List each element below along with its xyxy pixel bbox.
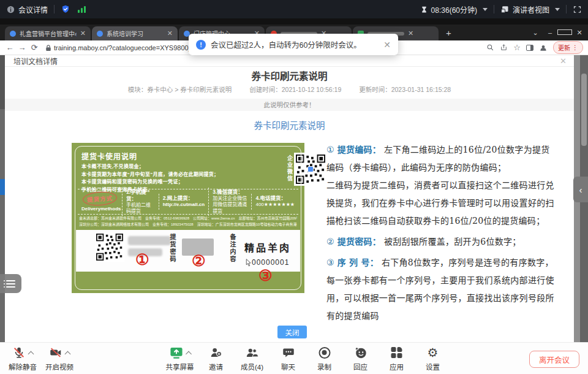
tab-close-icon[interactable]: ✕ <box>80 30 86 37</box>
delivery-stamp: 提货方式 Deliverymethods <box>78 191 122 213</box>
gear-icon: ⚙ <box>428 346 439 359</box>
browser-update-button[interactable]: 更新 ⋮ <box>553 41 583 54</box>
browser-tab-2-active[interactable]: 系统培训学习 ✕ <box>92 26 178 40</box>
tab-search-icon[interactable]: ⌄ <box>528 29 543 37</box>
browser-tab-1[interactable]: 礼盒营销平台管理中心 ✕ <box>5 26 91 40</box>
panel-close-icon[interactable]: ✕ <box>560 56 567 66</box>
meeting-toolbar: 解除静音 开启视频 共享屏幕 邀请 <box>0 342 588 374</box>
meeting-toast: ! 会议已超过2人，自动转为60分钟限时会议。 ✕ <box>189 34 398 55</box>
stamp-en-label: Deliverymethods <box>81 206 118 212</box>
document-meta: 模块：券卡中心 > 券卡印刷元素说明 创建时间：2021-10-12 10:56… <box>5 85 574 94</box>
chat-icon <box>282 346 295 359</box>
chevron-left-icon: ‹ <box>579 185 582 195</box>
training-doc-panel: 培训文档详情 ✕ 券卡印刷元素说明 模块：券卡中心 > 券卡印刷元素说明 创建时… <box>5 55 574 342</box>
bookmark-star-icon[interactable]: ☆ <box>513 44 521 52</box>
section-heading[interactable]: 券卡印刷元素说明 <box>5 118 574 131</box>
close-window-button[interactable]: ✕ <box>572 29 587 37</box>
settings-button[interactable]: ⚙ 设置 <box>419 345 447 372</box>
scrollbar-thumb[interactable] <box>581 74 587 146</box>
field-label-password: 提货密码 <box>168 234 177 267</box>
catalogue-list-button[interactable] <box>0 274 21 293</box>
members-button[interactable]: 成员(4) <box>238 345 266 372</box>
unmute-button[interactable]: 解除静音 <box>9 345 37 372</box>
security-shield-icon[interactable] <box>61 4 70 14</box>
mouse-cursor-icon <box>246 259 251 267</box>
field-label-remark: 备注内容 <box>228 234 237 267</box>
refresh-icon[interactable]: ⟳ <box>28 43 40 52</box>
apps-button[interactable]: 应用 <box>383 345 411 372</box>
share-page-icon[interactable] <box>500 44 508 52</box>
view-mode-label: 演讲者视图 <box>513 4 549 15</box>
meeting-info-button[interactable]: 会议详情 <box>6 4 48 15</box>
tab-close-icon[interactable]: ✕ <box>408 30 413 37</box>
leave-meeting-button[interactable]: 离开会议 <box>529 351 579 368</box>
window-controls: ⌄ – ✕ <box>528 25 587 40</box>
product-name: 精品羊肉 <box>244 240 291 254</box>
background-sidebar-sliver <box>0 55 5 342</box>
invite-button[interactable]: 邀请 <box>202 345 230 372</box>
meeting-timer[interactable]: 08:36(60分钟) <box>420 4 488 15</box>
meta-module: 模块：券卡中心 > 券卡印刷元素说明 <box>128 86 232 93</box>
reactions-button[interactable]: 回应 <box>347 345 375 372</box>
record-icon <box>318 347 330 359</box>
chat-button[interactable]: 聊天 <box>274 345 303 372</box>
forward-icon[interactable]: → <box>16 43 28 52</box>
url-text[interactable]: training.maboy.cn/?cataloguecode=XYS9800… <box>54 44 210 52</box>
new-tab-button[interactable]: + <box>446 28 451 38</box>
tab-label: 礼盒营销平台管理中心 <box>20 29 77 38</box>
stamp-oval: 提货方式 <box>82 191 117 207</box>
timer-label: 08:36(60分钟) <box>431 4 477 15</box>
blurred-code-text <box>128 236 171 245</box>
start-video-button[interactable]: 开启视频 <box>45 345 74 372</box>
delivery-method-2: 2.网上提货： http://e.cutmall.cn <box>159 194 208 210</box>
shared-page-area: 培训文档详情 ✕ 券卡印刷元素说明 模块：券卡中心 > 券卡印刷元素说明 创建时… <box>0 55 588 342</box>
toast-close-icon[interactable]: ✕ <box>383 40 391 50</box>
card-usage-title: 提货卡使用说明 <box>81 151 228 161</box>
network-signal-icon[interactable] <box>78 6 86 13</box>
invite-icon <box>209 346 223 359</box>
fullscreen-icon <box>573 5 582 14</box>
badge-3: ③ <box>258 268 272 283</box>
chevron-down-icon <box>483 8 488 11</box>
delivery-method-3: 3.微信提货： 加关注企业微信 用微信提货通道提货 <box>208 188 251 216</box>
badge-1: ① <box>135 252 149 267</box>
update-label: 更新 <box>558 43 570 52</box>
apps-grid-icon <box>391 347 402 359</box>
minimize-button[interactable]: – <box>543 29 557 36</box>
fullscreen-button[interactable] <box>573 5 582 14</box>
card-fine-print: 金禾通总部：苏州金禾通软件有限公司 业务专线：0512-69636928 公司网… <box>79 216 297 227</box>
maximize-button[interactable] <box>557 29 572 36</box>
meta-updated: 更新时间：2023-01-31 16:15:28 <box>359 86 451 93</box>
collapse-panel-tab[interactable]: ‹ <box>573 177 588 202</box>
tab-close-icon[interactable]: ✕ <box>167 30 173 37</box>
zoom-icon[interactable] <box>486 44 494 52</box>
divider <box>54 5 55 13</box>
meta-created: 创建时间：2021-10-12 10:56:19 <box>249 86 341 93</box>
chevron-up-icon[interactable] <box>186 351 192 357</box>
record-button[interactable]: 录制 <box>311 345 339 372</box>
lock-icon <box>45 44 51 52</box>
close-doc-button[interactable]: 关闭 <box>277 326 307 338</box>
divider <box>566 5 567 13</box>
view-mode-selector[interactable]: 演讲者视图 <box>500 4 560 15</box>
info-icon: ! <box>196 40 206 50</box>
profile-avatar-icon[interactable] <box>539 44 548 52</box>
screen: 会议详情 08:36(60分钟) 演讲者视图 <box>0 0 588 374</box>
card-usage-line: 本卡提货期为本年度“月中旬至”月底，请务必在此期间提货； <box>81 171 228 179</box>
delivery-method-4: 4.电话提货： 400★★★★★★★ <box>251 194 298 210</box>
back-icon[interactable]: ← <box>4 43 16 52</box>
side-panel-icon[interactable] <box>526 45 533 51</box>
chevron-up-icon[interactable] <box>65 351 71 357</box>
hourglass-icon <box>420 6 428 13</box>
panel-title: 培训文档详情 <box>13 56 58 66</box>
divider <box>494 5 494 13</box>
delivery-method-1: 1.手机提货： 手机拍二维码提货 <box>122 188 159 216</box>
toast-message: 会议已超过2人，自动转为60分钟限时会议。 <box>211 39 361 50</box>
kebab-menu-icon: ⋮ <box>572 44 578 51</box>
wechat-label: 企业微信 <box>286 155 294 187</box>
chevron-up-icon[interactable] <box>28 351 34 357</box>
share-screen-button[interactable]: 共享屏幕 <box>166 345 194 372</box>
info-icon <box>6 5 15 14</box>
tab-favicon <box>97 31 103 37</box>
list-icon <box>6 280 15 288</box>
